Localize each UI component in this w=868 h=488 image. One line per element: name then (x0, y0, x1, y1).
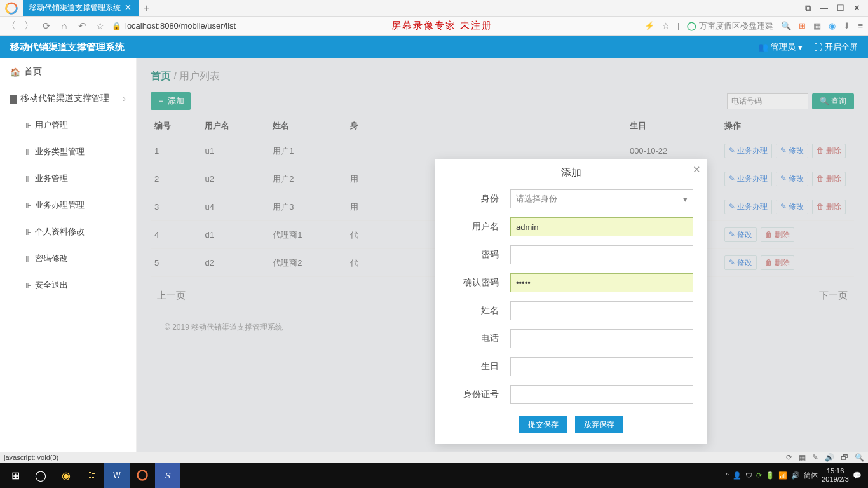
new-tab-button[interactable]: + (139, 3, 155, 14)
sidebar-item-biz-mgmt[interactable]: ⊪业务管理 (0, 165, 136, 192)
forward-icon[interactable]: 〉 (23, 20, 34, 32)
sidebar-item-password[interactable]: ⊪密码修改 (0, 245, 136, 272)
active-app-icon[interactable] (130, 463, 155, 488)
taskbar-clock[interactable]: 15:162019/2/3 (822, 467, 849, 484)
close-window-icon[interactable]: ✕ (853, 3, 860, 13)
zoom-icon[interactable]: 🔍 (855, 453, 864, 462)
start-button[interactable]: ⊞ (3, 463, 28, 488)
home-icon[interactable]: ⌂ (58, 20, 70, 31)
apps-icon[interactable]: ⊞ (799, 21, 806, 30)
sidebar-item-profile[interactable]: ⊪个人资料修改 (0, 219, 136, 245)
star-icon[interactable]: ☆ (94, 20, 105, 32)
volume-icon[interactable]: 🔊 (825, 453, 834, 462)
svg-point-3 (138, 471, 147, 480)
sync-icon[interactable]: ⟳ (786, 453, 792, 462)
recorder-icon[interactable]: S (155, 463, 180, 488)
cancel-button[interactable]: 放弃保存 (575, 416, 623, 433)
puzzle-icon: ⊪ (24, 201, 31, 210)
status-text: javascript: void(0) (4, 454, 58, 461)
tray-shield-icon[interactable]: 🛡 (745, 471, 752, 479)
tab-title: 移动代销渠道支撑管理系统 (29, 3, 121, 13)
chevron-right-icon: › (123, 93, 126, 104)
app-title: 移动代销渠道支撑管理系统 (10, 41, 125, 53)
sidebar-item-biz-process[interactable]: ⊪业务办理管理 (0, 192, 136, 219)
download-icon[interactable]: ⬇ (843, 21, 850, 30)
caret-down-icon: ▾ (683, 194, 688, 204)
modal-title: 添加 (561, 167, 581, 178)
bookmark-dropdown-icon[interactable]: ☆ (662, 21, 670, 30)
qr-icon[interactable]: ▦ (813, 21, 821, 30)
maximize-icon[interactable]: ☐ (837, 3, 844, 13)
search-suggestion[interactable]: ◯ 万亩度假区楼盘违建 (687, 20, 773, 32)
add-user-modal: 添加 ✕ 身份 请选择身份 ▾ 用户名 密码 确认密码 姓名 电话 生日 身份证… (435, 159, 707, 444)
folder-icon: ▇ (10, 94, 17, 104)
back-icon[interactable]: 〈 (5, 20, 17, 32)
restore-icon[interactable]: 🗗 (841, 453, 848, 462)
grid-icon[interactable]: ▦ (799, 453, 806, 462)
tray-sync-icon[interactable]: ⟳ (756, 471, 762, 480)
puzzle-icon: ⊪ (24, 147, 31, 157)
sidebar-item-user-mgmt[interactable]: ⊪用户管理 (0, 112, 136, 139)
ime-indicator[interactable]: 简体 (804, 471, 818, 480)
modal-close-icon[interactable]: ✕ (693, 164, 701, 175)
home-icon: 🏠 (10, 67, 20, 77)
screen-recorder-watermark: 屏幕录像专家 未注册 (391, 20, 492, 32)
tray-volume-icon[interactable]: 🔊 (791, 471, 800, 480)
cortana-icon[interactable]: ◯ (28, 463, 53, 488)
taskbar-browser-icon[interactable]: ◉ (53, 463, 79, 488)
puzzle-icon: ⊪ (24, 174, 31, 184)
name-input[interactable] (510, 301, 693, 320)
expand-icon: ⛶ (814, 43, 822, 52)
undo-icon[interactable]: ↶ (76, 20, 88, 32)
tray-wifi-icon[interactable]: 📶 (778, 471, 787, 480)
puzzle-icon: ⊪ (24, 254, 31, 264)
users-icon: 👥 (758, 43, 768, 52)
chevron-down-icon: ▾ (798, 43, 803, 52)
word-icon[interactable]: W (104, 463, 130, 488)
notification-icon[interactable]: 💬 (853, 471, 862, 480)
tab-close-icon[interactable]: ✕ (125, 3, 135, 13)
note-icon[interactable]: ✎ (812, 453, 818, 462)
url-text[interactable]: localhost:8080/mobile/user/list (125, 21, 236, 30)
reload-icon[interactable]: ⟳ (41, 20, 52, 32)
file-explorer-icon[interactable]: 🗂 (79, 463, 104, 488)
menu-icon[interactable]: ≡ (858, 21, 863, 30)
puzzle-icon: ⊪ (24, 227, 31, 237)
browser-logo-icon (3, 0, 20, 17)
submit-button[interactable]: 提交保存 (519, 416, 567, 433)
tray-up-icon[interactable]: ^ (726, 471, 729, 479)
browser-tab[interactable]: 移动代销渠道支撑管理系统 ✕ (23, 0, 139, 16)
shield-icon[interactable]: ◉ (829, 21, 836, 30)
divider: | (677, 21, 679, 30)
minimize-icon[interactable]: — (820, 3, 828, 13)
tray-user-icon[interactable]: 👤 (733, 471, 742, 480)
admin-menu[interactable]: 👥 管理员 ▾ (758, 41, 803, 53)
username-input[interactable] (510, 217, 693, 236)
puzzle-icon: ⊪ (24, 121, 31, 130)
sidebar-home[interactable]: 🏠 首页 (0, 58, 136, 85)
phone-input[interactable] (510, 329, 693, 348)
birthday-input[interactable] (510, 357, 693, 376)
search-icon[interactable]: 🔍 (781, 21, 791, 30)
sidebar-item-biz-type[interactable]: ⊪业务类型管理 (0, 139, 136, 165)
puzzle-icon: ⊪ (24, 281, 31, 290)
pip-icon[interactable]: ⧉ (805, 3, 811, 13)
sidebar-item-logout[interactable]: ⊪安全退出 (0, 272, 136, 299)
search-engine-icon: ◯ (687, 21, 696, 30)
confirm-password-input[interactable] (510, 273, 693, 292)
sidebar-group[interactable]: ▇ 移动代销渠道支撑管理 › (0, 85, 136, 112)
idcard-input[interactable] (510, 385, 693, 404)
flash-icon[interactable]: ⚡ (644, 21, 654, 30)
role-select[interactable]: 请选择身份 ▾ (510, 189, 693, 208)
password-input[interactable] (510, 245, 693, 264)
fullscreen-button[interactable]: ⛶ 开启全屏 (814, 41, 858, 53)
lock-icon: 🔒 (112, 22, 121, 30)
tray-battery-icon[interactable]: 🔋 (766, 471, 775, 480)
